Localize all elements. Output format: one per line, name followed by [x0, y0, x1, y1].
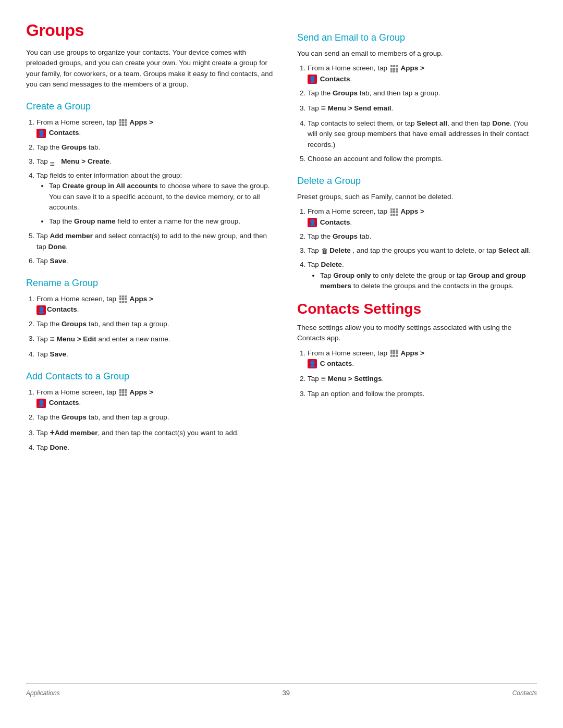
svg-rect-2 — [125, 119, 127, 121]
apps-label: Apps > — [130, 118, 153, 126]
list-item: Tap contacts to select them, or tap Sele… — [308, 118, 537, 150]
footer-page-number: 39 — [282, 689, 289, 697]
svg-rect-10 — [122, 295, 124, 298]
list-item: Tap Done. — [36, 442, 276, 453]
rename-group-steps: From a Home screen, tap Apps > 👤Contacts… — [36, 294, 276, 360]
main-content: Groups You can use groups to organize yo… — [26, 21, 537, 673]
create-group-title: Create a Group — [26, 101, 276, 112]
contacts-icon: 👤 — [308, 218, 317, 227]
create-group-steps: From a Home screen, tap Apps > 👤 Contact… — [36, 117, 276, 266]
contacts-label: Contacts — [49, 129, 79, 137]
svg-rect-8 — [125, 124, 127, 126]
contacts-icon: 👤 — [308, 359, 317, 368]
page: Groups You can use groups to organize yo… — [0, 0, 563, 728]
list-item: Tap Save. — [36, 256, 276, 266]
apps-icon — [119, 295, 127, 303]
list-item: Tap the Groups tab. — [36, 142, 276, 153]
apps-icon — [119, 118, 127, 127]
page-title: Groups — [26, 21, 276, 40]
delete-icon: 🗑 — [321, 246, 328, 256]
contacts-settings-title: Contacts Settings — [297, 301, 537, 317]
apps-icon — [390, 349, 398, 357]
svg-rect-26 — [125, 394, 127, 396]
footer-left-label: Applications — [26, 689, 60, 697]
svg-rect-3 — [119, 121, 121, 124]
contacts-icon: 👤 — [36, 129, 46, 138]
apps-icon — [390, 65, 398, 73]
svg-rect-35 — [396, 70, 398, 72]
svg-rect-29 — [396, 65, 398, 67]
svg-rect-38 — [396, 208, 398, 211]
svg-rect-28 — [393, 65, 395, 67]
svg-rect-16 — [122, 301, 124, 303]
svg-rect-34 — [393, 70, 395, 72]
list-item: Tap ≡ Menu > Send email. — [308, 102, 537, 115]
list-item: Tap ≡ Menu > Edit and enter a new name. — [36, 333, 276, 346]
svg-rect-44 — [396, 214, 398, 216]
svg-rect-6 — [119, 124, 121, 126]
svg-rect-52 — [393, 355, 395, 357]
send-email-intro: You can send an email to members of a gr… — [297, 48, 537, 59]
list-item: Tap the Groups tab, and then tap a group… — [36, 412, 276, 423]
svg-rect-12 — [119, 298, 121, 300]
svg-rect-25 — [122, 394, 124, 396]
list-item: Choose an account and follow the prompts… — [308, 154, 537, 164]
contacts-icon: 👤 — [36, 399, 46, 408]
list-item: Tap Group only to only delete the group … — [320, 270, 537, 292]
list-item: Tap the Group name field to enter a name… — [49, 216, 276, 227]
svg-rect-4 — [122, 121, 124, 124]
list-item: Tap ≡ Menu > Create. — [36, 156, 276, 167]
list-item: Tap fields to enter information about th… — [36, 170, 276, 227]
svg-rect-37 — [393, 208, 395, 211]
svg-rect-15 — [119, 301, 121, 303]
svg-rect-45 — [390, 350, 393, 352]
svg-rect-33 — [390, 70, 393, 72]
page-intro: You can use groups to organize your cont… — [26, 47, 276, 90]
svg-rect-51 — [390, 355, 393, 357]
svg-rect-23 — [125, 391, 127, 393]
svg-rect-13 — [122, 298, 124, 300]
apps-icon — [390, 208, 398, 216]
list-item: Tap 🗑 Delete , and tap the groups you wa… — [308, 245, 537, 256]
svg-rect-47 — [396, 350, 398, 352]
contacts-settings-intro: These settings allow you to modify setti… — [297, 323, 537, 344]
list-item: Tap Create group in All accounts to choo… — [49, 181, 276, 213]
svg-rect-41 — [396, 211, 398, 213]
svg-rect-53 — [396, 355, 398, 357]
svg-rect-43 — [393, 214, 395, 216]
contacts-icon: 👤 — [36, 305, 46, 315]
list-item: From a Home screen, tap Apps > 👤 Contact… — [36, 117, 276, 139]
svg-rect-48 — [390, 352, 393, 354]
svg-rect-22 — [122, 391, 124, 393]
svg-rect-31 — [393, 68, 395, 70]
svg-rect-49 — [393, 352, 395, 354]
send-email-steps: From a Home screen, tap Apps > 👤 Contact… — [308, 63, 537, 164]
svg-rect-17 — [125, 301, 127, 303]
svg-rect-21 — [119, 391, 121, 393]
svg-rect-1 — [122, 119, 124, 121]
list-item: From a Home screen, tap Apps > 👤 Contact… — [36, 387, 276, 409]
list-item: Tap Delete. Tap Group only to only delet… — [308, 260, 537, 291]
svg-rect-5 — [125, 121, 127, 124]
menu-icon: ≡ — [50, 333, 55, 346]
menu-icon: ≡ — [321, 102, 326, 115]
sub-list: Tap Create group in All accounts to choo… — [49, 181, 276, 227]
list-item: Tap +Add member, and then tap the contac… — [36, 426, 276, 439]
svg-rect-0 — [119, 119, 121, 121]
svg-rect-39 — [390, 211, 393, 213]
send-email-title: Send an Email to a Group — [297, 32, 537, 43]
svg-rect-14 — [125, 298, 127, 300]
svg-rect-32 — [396, 68, 398, 70]
svg-rect-30 — [390, 68, 393, 70]
list-item: Tap Save. — [36, 349, 276, 360]
svg-rect-27 — [390, 65, 393, 67]
list-item: From a Home screen, tap Apps > 👤Contacts… — [36, 294, 276, 315]
menu-icon: ≡ — [50, 158, 59, 165]
svg-rect-20 — [125, 389, 127, 391]
svg-rect-11 — [125, 295, 127, 298]
apps-icon — [119, 388, 127, 397]
svg-rect-36 — [390, 208, 393, 211]
list-item: Tap the Groups tab, and then tap a group… — [308, 88, 537, 98]
svg-rect-50 — [396, 352, 398, 354]
footer-right-label: Contacts — [512, 689, 537, 697]
